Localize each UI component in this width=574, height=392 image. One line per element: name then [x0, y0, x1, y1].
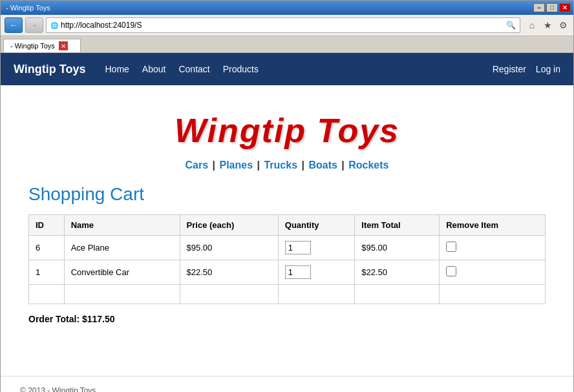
sep-2: |	[254, 160, 260, 170]
window-title: - Wingtip Toys	[3, 4, 50, 12]
table-row: 6 Ace Plane $95.00 $95.00	[29, 236, 546, 260]
nav-about[interactable]: About	[142, 61, 166, 77]
navbar-links: Home About Contact Products	[105, 61, 493, 77]
row1-name: Ace Plane	[64, 236, 180, 260]
navbar-right: Register Log in	[493, 61, 560, 77]
row2-quantity-cell	[278, 260, 355, 285]
empty-2	[64, 285, 180, 304]
address-bar: 🌐 🔍	[46, 17, 520, 33]
nav-login[interactable]: Log in	[536, 61, 560, 77]
cart-table-body: 6 Ace Plane $95.00 $95.00 1 Convertible …	[29, 236, 546, 304]
forward-icon: →	[30, 21, 38, 30]
nav-products[interactable]: Products	[223, 61, 259, 77]
footer: © 2013 - Wingtip Toys	[1, 376, 573, 392]
category-links: Cars | Planes | Trucks | Boats | Rockets	[28, 160, 546, 171]
window-controls: − □ ✕	[533, 3, 571, 12]
col-remove: Remove Item	[440, 215, 546, 236]
empty-1	[29, 285, 65, 304]
browser-window: - Wingtip Toys − □ ✕ ← → 🌐 🔍 ⌂ ★ ⚙ - Win…	[0, 0, 574, 392]
toolbar-icons: ⌂ ★ ⚙	[526, 19, 569, 32]
search-icon[interactable]: 🔍	[506, 21, 516, 30]
nav-register[interactable]: Register	[493, 61, 526, 77]
sep-3: |	[299, 160, 304, 170]
site-title: Wingtip Toys	[28, 111, 546, 150]
tab-close-button[interactable]: ✕	[59, 41, 68, 50]
main-container: Wingtip Toys Cars | Planes | Trucks | Bo…	[9, 85, 565, 350]
category-trucks[interactable]: Trucks	[264, 160, 297, 170]
favorites-icon[interactable]: ★	[541, 19, 554, 32]
row1-remove-checkbox[interactable]	[446, 242, 456, 252]
back-button[interactable]: ←	[5, 17, 23, 33]
row2-total: $22.50	[355, 260, 440, 285]
col-quantity: Quantity	[278, 215, 355, 236]
title-bar: - Wingtip Toys − □ ✕	[1, 1, 573, 15]
page-content: Wingtip Toys Home About Contact Products…	[1, 53, 573, 392]
empty-3	[180, 285, 278, 304]
row2-name: Convertible Car	[64, 260, 180, 285]
minimize-button[interactable]: −	[533, 3, 545, 12]
tab-bar: - Wingtip Toys ✕	[1, 36, 573, 53]
empty-5	[355, 285, 440, 304]
cart-table-header: ID Name Price (each) Quantity Item Total…	[29, 215, 546, 236]
row1-quantity-input[interactable]	[285, 241, 311, 254]
category-planes[interactable]: Planes	[219, 160, 253, 170]
maximize-button[interactable]: □	[546, 3, 558, 12]
sep-4: |	[339, 160, 345, 170]
col-price: Price (each)	[180, 215, 278, 236]
settings-icon[interactable]: ⚙	[557, 19, 569, 32]
row2-price: $22.50	[180, 260, 278, 285]
forward-button[interactable]: →	[25, 17, 43, 33]
address-input[interactable]	[61, 21, 504, 30]
table-row-empty	[29, 285, 546, 304]
table-row: 1 Convertible Car $22.50 $22.50	[29, 260, 546, 285]
row1-total: $95.00	[355, 236, 440, 260]
row2-id: 1	[29, 260, 65, 285]
close-button[interactable]: ✕	[559, 3, 571, 12]
category-boats[interactable]: Boats	[308, 160, 337, 170]
col-item-total: Item Total	[355, 215, 440, 236]
back-icon: ←	[10, 21, 17, 30]
category-cars[interactable]: Cars	[186, 160, 209, 170]
footer-text: © 2013 - Wingtip Toys	[20, 386, 96, 392]
navbar: Wingtip Toys Home About Contact Products…	[1, 53, 573, 85]
address-icon: 🌐	[50, 22, 58, 29]
row1-price: $95.00	[180, 236, 278, 260]
row2-remove-checkbox[interactable]	[446, 266, 456, 276]
empty-6	[440, 285, 546, 304]
col-id: ID	[29, 215, 65, 236]
row1-id: 6	[29, 236, 65, 260]
nav-home[interactable]: Home	[105, 61, 129, 77]
header-row: ID Name Price (each) Quantity Item Total…	[29, 215, 546, 236]
row2-quantity-input[interactable]	[285, 265, 311, 279]
nav-contact[interactable]: Contact	[178, 61, 209, 77]
order-total: Order Total: $117.50	[28, 314, 546, 324]
row1-remove-cell	[440, 236, 546, 260]
home-icon[interactable]: ⌂	[526, 19, 538, 32]
row1-quantity-cell	[278, 236, 355, 260]
row2-remove-cell	[440, 260, 546, 285]
col-name: Name	[64, 215, 180, 236]
empty-4	[278, 285, 355, 304]
sep-1: |	[209, 160, 215, 170]
navbar-brand[interactable]: Wingtip Toys	[14, 63, 86, 76]
category-rockets[interactable]: Rockets	[348, 160, 388, 170]
cart-table: ID Name Price (each) Quantity Item Total…	[28, 214, 546, 304]
tab-title: - Wingtip Toys	[10, 42, 55, 50]
active-tab[interactable]: - Wingtip Toys ✕	[3, 39, 81, 52]
cart-heading: Shopping Cart	[28, 184, 546, 205]
browser-toolbar: ← → 🌐 🔍 ⌂ ★ ⚙	[1, 15, 573, 36]
